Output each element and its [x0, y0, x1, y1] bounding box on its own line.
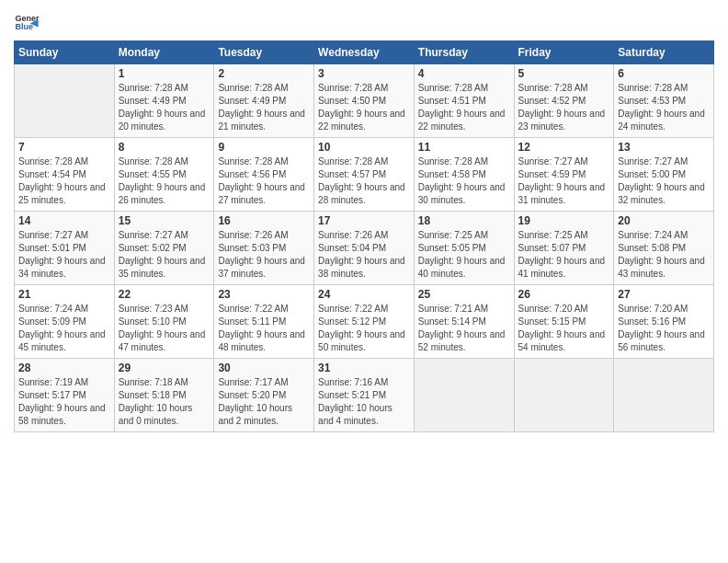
day-number: 7 — [18, 141, 110, 154]
main-container: General Blue SundayMondayTuesdayWednesda… — [0, 0, 728, 437]
calendar-cell: 18Sunrise: 7:25 AMSunset: 5:05 PMDayligh… — [414, 212, 514, 285]
calendar-cell: 29Sunrise: 7:18 AMSunset: 5:18 PMDayligh… — [114, 359, 214, 432]
calendar-cell: 2Sunrise: 7:28 AMSunset: 4:49 PMDaylight… — [214, 64, 314, 138]
weekday-wednesday: Wednesday — [314, 41, 415, 64]
day-info: Sunrise: 7:24 AMSunset: 5:09 PMDaylight:… — [18, 303, 110, 354]
day-info: Sunrise: 7:28 AMSunset: 4:58 PMDaylight:… — [418, 155, 510, 207]
calendar-cell: 11Sunrise: 7:28 AMSunset: 4:58 PMDayligh… — [414, 138, 514, 212]
day-info: Sunrise: 7:25 AMSunset: 5:07 PMDaylight:… — [518, 229, 610, 281]
day-number: 10 — [318, 141, 410, 154]
calendar-cell: 5Sunrise: 7:28 AMSunset: 4:52 PMDaylight… — [514, 64, 614, 138]
weekday-monday: Monday — [114, 41, 214, 64]
weekday-thursday: Thursday — [414, 41, 514, 64]
day-number: 12 — [518, 141, 610, 154]
day-number: 24 — [318, 288, 410, 301]
day-number: 28 — [18, 362, 110, 374]
day-number: 2 — [218, 67, 310, 80]
calendar-cell: 31Sunrise: 7:16 AMSunset: 5:21 PMDayligh… — [314, 359, 415, 432]
day-number: 17 — [318, 214, 410, 227]
day-number: 5 — [518, 67, 610, 80]
day-info: Sunrise: 7:16 AMSunset: 5:21 PMDaylight:… — [318, 376, 410, 428]
weekday-header-row: SundayMondayTuesdayWednesdayThursdayFrid… — [15, 41, 714, 64]
day-info: Sunrise: 7:20 AMSunset: 5:15 PMDaylight:… — [518, 303, 610, 354]
day-number: 8 — [119, 141, 210, 154]
calendar-cell: 6Sunrise: 7:28 AMSunset: 4:53 PMDaylight… — [614, 64, 714, 138]
calendar-cell: 26Sunrise: 7:20 AMSunset: 5:15 PMDayligh… — [514, 285, 614, 359]
calendar-week-5: 28Sunrise: 7:19 AMSunset: 5:17 PMDayligh… — [15, 359, 714, 432]
day-number: 14 — [18, 214, 110, 227]
calendar-week-3: 14Sunrise: 7:27 AMSunset: 5:01 PMDayligh… — [15, 212, 714, 285]
day-info: Sunrise: 7:27 AMSunset: 5:00 PMDaylight:… — [618, 155, 710, 207]
calendar-week-2: 7Sunrise: 7:28 AMSunset: 4:54 PMDaylight… — [15, 138, 714, 212]
calendar-cell: 16Sunrise: 7:26 AMSunset: 5:03 PMDayligh… — [214, 212, 314, 285]
calendar-cell: 23Sunrise: 7:22 AMSunset: 5:11 PMDayligh… — [214, 285, 314, 359]
day-info: Sunrise: 7:27 AMSunset: 5:01 PMDaylight:… — [18, 229, 110, 281]
day-number: 11 — [418, 141, 510, 154]
calendar-cell: 27Sunrise: 7:20 AMSunset: 5:16 PMDayligh… — [614, 285, 714, 359]
day-info: Sunrise: 7:28 AMSunset: 4:53 PMDaylight:… — [618, 82, 710, 133]
calendar-cell — [614, 359, 714, 432]
day-info: Sunrise: 7:17 AMSunset: 5:20 PMDaylight:… — [218, 376, 310, 428]
day-number: 22 — [119, 288, 210, 301]
header-area: General Blue — [14, 9, 714, 35]
calendar-cell: 30Sunrise: 7:17 AMSunset: 5:20 PMDayligh… — [214, 359, 314, 432]
day-info: Sunrise: 7:28 AMSunset: 4:49 PMDaylight:… — [218, 82, 310, 133]
calendar-table: SundayMondayTuesdayWednesdayThursdayFrid… — [14, 40, 714, 432]
day-info: Sunrise: 7:27 AMSunset: 5:02 PMDaylight:… — [119, 229, 210, 281]
day-info: Sunrise: 7:28 AMSunset: 4:49 PMDaylight:… — [119, 82, 210, 133]
calendar-cell — [514, 359, 614, 432]
day-info: Sunrise: 7:21 AMSunset: 5:14 PMDaylight:… — [418, 303, 510, 354]
day-number: 1 — [119, 67, 210, 80]
day-number: 23 — [218, 288, 310, 301]
calendar-cell: 25Sunrise: 7:21 AMSunset: 5:14 PMDayligh… — [414, 285, 514, 359]
calendar-cell: 20Sunrise: 7:24 AMSunset: 5:08 PMDayligh… — [614, 212, 714, 285]
day-info: Sunrise: 7:26 AMSunset: 5:03 PMDaylight:… — [218, 229, 310, 281]
calendar-cell: 21Sunrise: 7:24 AMSunset: 5:09 PMDayligh… — [15, 285, 115, 359]
calendar-cell: 9Sunrise: 7:28 AMSunset: 4:56 PMDaylight… — [214, 138, 314, 212]
calendar-cell: 12Sunrise: 7:27 AMSunset: 4:59 PMDayligh… — [514, 138, 614, 212]
day-number: 26 — [518, 288, 610, 301]
day-number: 20 — [618, 214, 710, 227]
day-number: 31 — [318, 362, 410, 374]
calendar-week-1: 1Sunrise: 7:28 AMSunset: 4:49 PMDaylight… — [15, 64, 714, 138]
calendar-cell: 19Sunrise: 7:25 AMSunset: 5:07 PMDayligh… — [514, 212, 614, 285]
day-info: Sunrise: 7:28 AMSunset: 4:54 PMDaylight:… — [18, 155, 110, 207]
calendar-cell: 17Sunrise: 7:26 AMSunset: 5:04 PMDayligh… — [314, 212, 415, 285]
calendar-cell: 8Sunrise: 7:28 AMSunset: 4:55 PMDaylight… — [114, 138, 214, 212]
weekday-friday: Friday — [514, 41, 614, 64]
day-number: 3 — [318, 67, 410, 80]
day-info: Sunrise: 7:25 AMSunset: 5:05 PMDaylight:… — [418, 229, 510, 281]
logo: General Blue — [14, 9, 40, 35]
calendar-cell: 28Sunrise: 7:19 AMSunset: 5:17 PMDayligh… — [15, 359, 115, 432]
calendar-cell — [414, 359, 514, 432]
day-number: 6 — [618, 67, 710, 80]
day-number: 13 — [618, 141, 710, 154]
day-number: 4 — [418, 67, 510, 80]
day-info: Sunrise: 7:24 AMSunset: 5:08 PMDaylight:… — [618, 229, 710, 281]
day-info: Sunrise: 7:28 AMSunset: 4:56 PMDaylight:… — [218, 155, 310, 207]
weekday-saturday: Saturday — [614, 41, 714, 64]
calendar-cell: 22Sunrise: 7:23 AMSunset: 5:10 PMDayligh… — [114, 285, 214, 359]
day-info: Sunrise: 7:23 AMSunset: 5:10 PMDaylight:… — [119, 303, 210, 354]
calendar-cell: 3Sunrise: 7:28 AMSunset: 4:50 PMDaylight… — [314, 64, 415, 138]
day-info: Sunrise: 7:28 AMSunset: 4:52 PMDaylight:… — [518, 82, 610, 133]
day-number: 30 — [218, 362, 310, 374]
calendar-cell: 1Sunrise: 7:28 AMSunset: 4:49 PMDaylight… — [114, 64, 214, 138]
calendar-cell: 4Sunrise: 7:28 AMSunset: 4:51 PMDaylight… — [414, 64, 514, 138]
day-info: Sunrise: 7:28 AMSunset: 4:57 PMDaylight:… — [318, 155, 410, 207]
calendar-cell: 15Sunrise: 7:27 AMSunset: 5:02 PMDayligh… — [114, 212, 214, 285]
calendar-cell: 13Sunrise: 7:27 AMSunset: 5:00 PMDayligh… — [614, 138, 714, 212]
day-info: Sunrise: 7:28 AMSunset: 4:50 PMDaylight:… — [318, 82, 410, 133]
logo-icon: General Blue — [14, 9, 40, 35]
day-number: 29 — [119, 362, 210, 374]
weekday-tuesday: Tuesday — [214, 41, 314, 64]
day-info: Sunrise: 7:28 AMSunset: 4:55 PMDaylight:… — [119, 155, 210, 207]
day-info: Sunrise: 7:19 AMSunset: 5:17 PMDaylight:… — [18, 376, 110, 428]
day-info: Sunrise: 7:20 AMSunset: 5:16 PMDaylight:… — [618, 303, 710, 354]
calendar-cell: 10Sunrise: 7:28 AMSunset: 4:57 PMDayligh… — [314, 138, 415, 212]
calendar-cell: 14Sunrise: 7:27 AMSunset: 5:01 PMDayligh… — [15, 212, 115, 285]
calendar-cell — [15, 64, 115, 138]
day-info: Sunrise: 7:22 AMSunset: 5:11 PMDaylight:… — [218, 303, 310, 354]
calendar-week-4: 21Sunrise: 7:24 AMSunset: 5:09 PMDayligh… — [15, 285, 714, 359]
calendar-cell: 24Sunrise: 7:22 AMSunset: 5:12 PMDayligh… — [314, 285, 415, 359]
